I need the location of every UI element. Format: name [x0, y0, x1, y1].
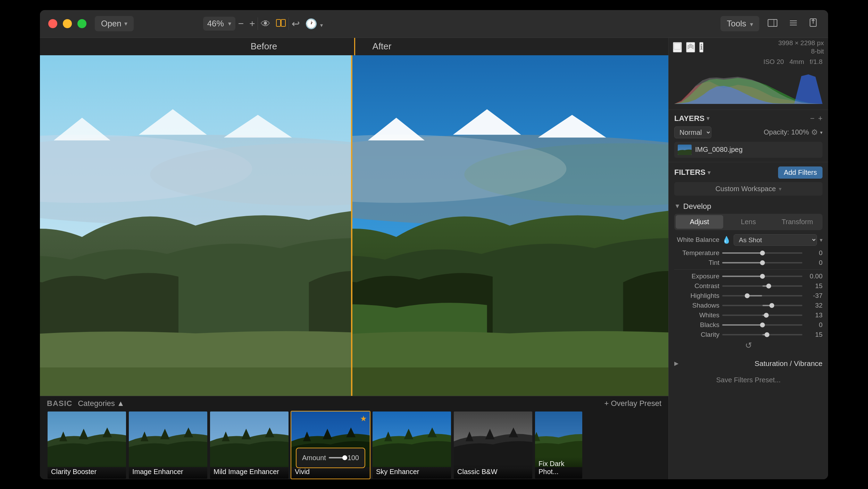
maximize-button[interactable]: [77, 19, 86, 28]
tint-slider[interactable]: [722, 262, 802, 263]
preset-item-active[interactable]: Amount 100 Vivid ★: [291, 411, 370, 479]
preset-thumb: [48, 411, 126, 467]
preview-button[interactable]: 👁: [258, 15, 273, 32]
whites-label: Whites: [674, 311, 719, 319]
zoom-in-button[interactable]: +: [247, 17, 258, 30]
layer-thumbnail: [678, 145, 692, 155]
open-button[interactable]: Open ▾: [95, 16, 134, 31]
shadows-value: 32: [805, 302, 823, 309]
tools-button[interactable]: Tools ▾: [720, 16, 759, 31]
exposure-label: Exposure: [674, 272, 719, 280]
exposure-slider[interactable]: [722, 276, 802, 277]
develop-header[interactable]: ▼ Develop: [674, 199, 823, 214]
image-dimensions: 3998 × 2298 px: [778, 39, 824, 47]
overlay-preset-button[interactable]: + Overlay Preset: [604, 399, 661, 408]
toolbar-right: Tools ▾: [720, 15, 820, 32]
preset-item[interactable]: Mild Image Enhancer: [209, 411, 289, 479]
wb-select[interactable]: As Shot: [734, 234, 817, 246]
preset-item[interactable]: Sky Enhancer: [372, 411, 452, 479]
filters-title: FILTERS ▾: [674, 168, 710, 177]
save-preset-button[interactable]: Save Filters Preset...: [674, 373, 823, 387]
whites-value: 13: [805, 311, 823, 319]
main-area: Before After: [40, 38, 828, 479]
clarity-row: Clarity 15: [674, 331, 823, 339]
saturation-title: Saturation / Vibrance: [754, 359, 823, 368]
image-bitdepth: 8-bit: [811, 48, 824, 55]
info-icon[interactable]: ℹ: [699, 42, 703, 52]
clarity-value: 15: [805, 331, 823, 339]
layers-actions: − +: [810, 114, 823, 123]
categories-button[interactable]: Categories ▲: [78, 399, 124, 408]
blacks-value: 0: [805, 321, 823, 329]
panels-button-1[interactable]: [765, 15, 780, 32]
workspace-selector[interactable]: Custom Workspace ▾: [674, 182, 823, 196]
preset-label: Mild Image Enhancer: [210, 465, 289, 479]
blacks-slider[interactable]: [722, 324, 802, 326]
close-button[interactable]: [48, 19, 57, 28]
eyedropper-button[interactable]: 💧: [722, 236, 731, 244]
preset-label: Clarity Booster: [48, 465, 126, 479]
preset-item[interactable]: Classic B&W: [453, 411, 533, 479]
tint-row: Tint 0: [674, 259, 823, 267]
clarity-slider[interactable]: [722, 334, 802, 335]
zoom-control: 46% ▾: [203, 17, 235, 31]
shadows-row: Shadows 32: [674, 302, 823, 309]
opacity-settings[interactable]: ⚙: [811, 128, 818, 137]
temperature-label: Temperature: [674, 249, 719, 257]
highlights-slider[interactable]: [722, 295, 802, 296]
amount-slider[interactable]: [329, 457, 345, 458]
open-label: Open: [101, 19, 122, 28]
svg-rect-3: [774, 19, 777, 26]
add-layer-button[interactable]: +: [818, 114, 823, 123]
panels-button-2[interactable]: [786, 15, 801, 32]
preset-items: Clarity Booster: [40, 411, 668, 479]
svg-rect-1: [281, 19, 285, 26]
shadows-slider[interactable]: [722, 305, 802, 306]
history-button[interactable]: 🕐 ▾: [302, 15, 326, 32]
preset-item[interactable]: Image Enhancer: [128, 411, 208, 479]
split-view-button[interactable]: [273, 15, 289, 32]
exposure-row: Exposure 0.00: [674, 272, 823, 280]
opacity-control: Opacity: 100% ⚙ ▾: [763, 128, 823, 137]
whites-slider[interactable]: [722, 315, 802, 316]
layers-header: LAYERS ▾ − +: [674, 114, 823, 123]
temperature-row: Temperature 0: [674, 249, 823, 257]
main-window: Open ▾ 46% ▾ − + 👁 ↩ 🕐 ▾ Tools ▾: [40, 10, 828, 479]
tab-adjust[interactable]: Adjust: [676, 215, 723, 229]
white-balance-row: White Balance 💧 As Shot ▾: [674, 234, 823, 246]
preset-strip-header: BASIC Categories ▲ + Overlay Preset: [40, 396, 668, 411]
reset-button[interactable]: ↺: [745, 341, 752, 350]
histogram-icon[interactable]: [673, 42, 682, 52]
preset-item[interactable]: Clarity Booster: [47, 411, 127, 479]
minimize-button[interactable]: [63, 19, 72, 28]
preset-label: Fix Dark Phot...: [535, 457, 582, 479]
minimize-button[interactable]: −: [810, 114, 815, 123]
blend-mode-select[interactable]: Normal: [674, 127, 711, 138]
star-icon: ★: [360, 414, 367, 423]
tab-transform[interactable]: Transform: [774, 215, 821, 229]
saturation-header[interactable]: ▶ Saturation / Vibrance: [674, 357, 823, 370]
split-divider: [354, 38, 355, 55]
clarity-label: Clarity: [674, 331, 719, 339]
filters-header: FILTERS ▾ Add Filters: [674, 166, 823, 179]
image-info-row: ℹ 3998 × 2298 px 8-bit: [669, 38, 828, 57]
layers-icon[interactable]: [686, 42, 695, 52]
temperature-slider[interactable]: [722, 252, 802, 254]
preset-thumb: [454, 411, 532, 467]
layer-row[interactable]: IMG_0080.jpeg: [674, 142, 823, 158]
blacks-row: Blacks 0: [674, 321, 823, 329]
preset-item[interactable]: Fix Dark Phot...: [534, 411, 583, 479]
add-filters-button[interactable]: Add Filters: [778, 166, 823, 179]
contrast-slider[interactable]: [722, 285, 802, 287]
zoom-out-button[interactable]: −: [235, 17, 247, 30]
image-container[interactable]: [40, 55, 668, 396]
develop-title: Develop: [683, 202, 711, 211]
preset-thumb: [210, 411, 289, 467]
blacks-label: Blacks: [674, 321, 719, 329]
tab-lens[interactable]: Lens: [725, 215, 772, 229]
before-label: Before: [251, 41, 277, 52]
after-label: After: [373, 41, 392, 52]
export-button[interactable]: [807, 15, 820, 32]
highlights-row: Highlights -37: [674, 292, 823, 300]
undo-button[interactable]: ↩: [289, 15, 302, 32]
